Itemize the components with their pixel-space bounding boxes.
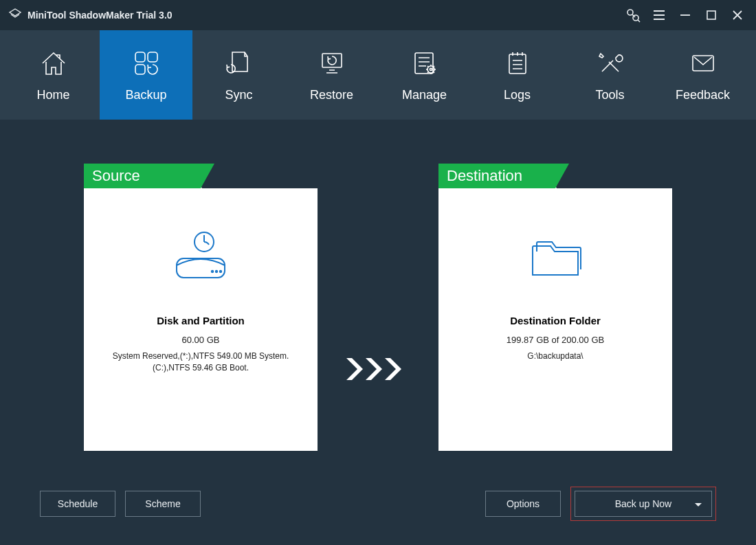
manage-icon (410, 48, 440, 78)
home-icon (38, 48, 69, 78)
app-window: MiniTool ShadowMaker Trial 3.0 Home (0, 0, 756, 545)
destination-title: Destination Folder (510, 315, 601, 326)
nav-manage[interactable]: Manage (378, 30, 471, 120)
restore-icon (317, 48, 347, 78)
svg-rect-2 (707, 11, 715, 19)
backup-panels: Source Disk and Partition 60.00 GB Syste… (0, 164, 756, 451)
nav-label: Sync (225, 88, 252, 102)
options-button[interactable]: Options (485, 491, 561, 517)
direction-arrows-icon (345, 355, 411, 383)
nav-tools[interactable]: Tools (564, 30, 656, 120)
nav-label: Logs (504, 88, 531, 102)
svg-rect-3 (135, 52, 145, 62)
nav-label: Restore (310, 88, 353, 102)
svg-rect-6 (322, 54, 342, 67)
app-logo-icon (8, 8, 22, 22)
nav-home[interactable]: Home (7, 30, 100, 120)
destination-card[interactable]: Destination Destination Folder 199.87 GB… (438, 164, 672, 451)
backup-now-button-frame: Back up Now (570, 487, 716, 521)
destination-path: G:\backupdata\ (515, 351, 595, 362)
svg-rect-4 (148, 52, 157, 62)
source-card[interactable]: Source Disk and Partition 60.00 GB Syste… (84, 164, 318, 451)
svg-rect-12 (177, 258, 225, 278)
backup-now-label: Back up Now (615, 498, 671, 509)
app-title: MiniTool ShadowMaker Trial 3.0 (27, 10, 173, 21)
svg-point-9 (430, 68, 432, 70)
backup-icon (131, 48, 162, 78)
nav-label: Home (36, 88, 69, 102)
svg-point-0 (627, 10, 633, 15)
nav-logs[interactable]: Logs (471, 30, 564, 120)
destination-header-label: Destination (438, 164, 555, 188)
feedback-icon (688, 48, 718, 78)
sync-icon (224, 48, 254, 78)
destination-size: 199.87 GB of 200.00 GB (507, 335, 604, 345)
content-area: Source Disk and Partition 60.00 GB Syste… (0, 120, 756, 463)
minimize-button[interactable] (672, 0, 698, 30)
nav-label: Manage (402, 88, 447, 102)
tools-icon (595, 48, 625, 78)
nav-backup[interactable]: Backup (100, 30, 192, 120)
source-title: Disk and Partition (157, 315, 245, 326)
nav-restore[interactable]: Restore (285, 30, 378, 120)
main-nav: Home Backup Sync Restore Manage (0, 30, 756, 120)
svg-point-1 (633, 15, 638, 21)
close-button[interactable] (724, 0, 751, 30)
source-tab-header: Source (84, 164, 318, 188)
nav-feedback[interactable]: Feedback (656, 30, 749, 120)
footer-bar: Schedule Scheme Options Back up Now (0, 463, 756, 545)
schedule-button[interactable]: Schedule (40, 491, 115, 517)
disk-icon (170, 230, 232, 285)
nav-label: Tools (595, 88, 624, 102)
logs-icon (502, 48, 533, 78)
nav-sync[interactable]: Sync (192, 30, 285, 120)
nav-label: Backup (125, 88, 166, 102)
svg-rect-10 (509, 54, 526, 74)
source-size: 60.00 GB (182, 335, 220, 345)
menu-icon[interactable] (646, 0, 672, 30)
folder-icon (524, 230, 586, 285)
maximize-button[interactable] (698, 0, 724, 30)
svg-point-16 (220, 271, 221, 272)
chevron-down-icon (695, 503, 702, 507)
svg-point-15 (216, 271, 217, 272)
source-header-label: Source (84, 164, 201, 188)
backup-now-button[interactable]: Back up Now (575, 491, 712, 517)
search-icon[interactable] (620, 0, 646, 30)
scheme-button[interactable]: Scheme (125, 491, 201, 517)
title-bar: MiniTool ShadowMaker Trial 3.0 (0, 0, 756, 30)
svg-point-14 (212, 271, 213, 272)
source-details: System Reserved,(*:),NTFS 549.00 MB Syst… (84, 351, 318, 375)
destination-tab-header: Destination (438, 164, 672, 188)
svg-rect-5 (135, 65, 145, 74)
nav-label: Feedback (676, 88, 730, 102)
